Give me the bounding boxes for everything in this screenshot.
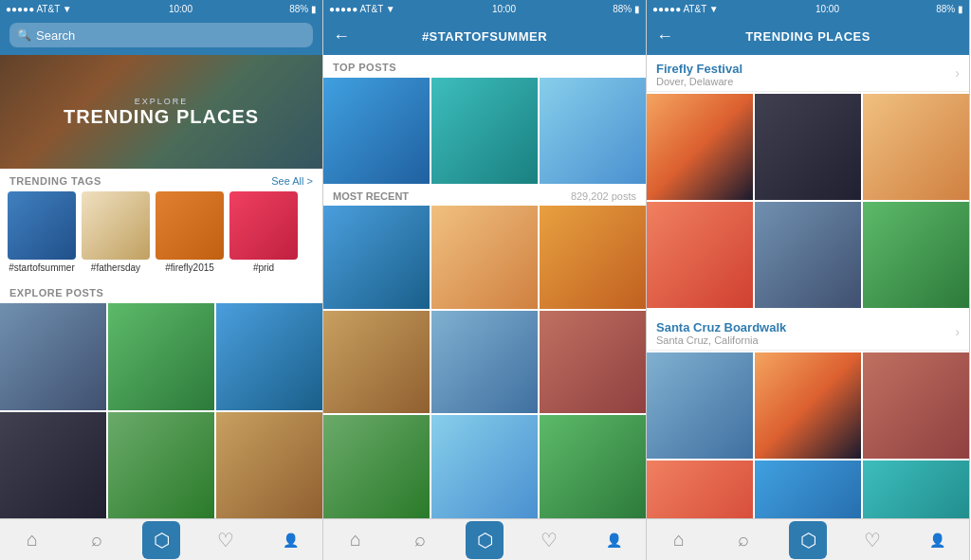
tag-item-1[interactable]: #fathersday [82,191,150,273]
nav-likes-1[interactable]: ♡ [207,521,245,559]
back-button-2[interactable]: ← [333,27,350,46]
trending-tags-title: TRENDING TAGS [9,175,101,187]
post-image-0 [0,303,106,410]
place-1-image-3 [647,202,753,308]
place-1-image-5 [863,202,969,308]
post-cell-4[interactable] [108,412,214,519]
tag-item-0[interactable]: #startofsummer [8,191,76,273]
place-1-photo-4[interactable] [755,202,861,308]
place-1-photo-0[interactable] [647,94,753,200]
place-1-photo-2[interactable] [863,94,969,200]
top-posts-grid [323,78,646,184]
top-posts-label: TOP POSTS [333,62,396,73]
status-bar-1: ●●●●● AT&T ▼ 10:00 88% ▮ [0,0,322,17]
place-1-photo-5[interactable] [863,202,969,308]
post-cell-0[interactable] [0,303,106,410]
top-post-image-1 [431,78,538,184]
hero-main-text: TRENDING PLACES [64,106,259,128]
bottom-nav-3: ⌂ ⌕ ⬡ ♡ 👤 [647,518,969,560]
top-post-1[interactable] [431,78,538,184]
post-cell-1[interactable] [108,303,214,410]
place-2-header[interactable]: Santa Cruz Boardwalk Santa Cruz, Califor… [647,314,969,351]
place-1-header[interactable]: Firefly Festival Dover, Delaware › [647,55,969,92]
place-2-photo-5[interactable] [863,461,969,518]
nav-camera-1[interactable]: ⬡ [142,521,180,559]
tag-label-3: #prid [253,262,274,273]
nav-search-3[interactable]: ⌕ [724,521,762,559]
nav-home-2[interactable]: ⌂ [337,521,375,559]
nav-profile-1[interactable]: 👤 [271,521,309,559]
status-bar-3: ●●●●● AT&T ▼ 10:00 88% ▮ [647,0,969,17]
place-2-photo-1[interactable] [755,352,861,459]
panel-trending-places: ●●●●● AT&T ▼ 10:00 88% ▮ ← TRENDING PLAC… [647,0,970,560]
place-2-photo-4[interactable] [755,461,861,518]
tags-row: #startofsummer #fathersday #firefly2015 … [0,191,322,280]
post-cell-5[interactable] [216,412,322,519]
place-1-location: Dover, Delaware [656,76,941,87]
recent-cell-0[interactable] [323,206,430,309]
most-recent-label: MOST RECENT [333,190,409,202]
place-1-photo-3[interactable] [647,202,753,308]
recent-image-1 [431,206,538,309]
tag-label-1: #fathersday [91,262,140,273]
search-input-wrap[interactable]: 🔍 Search [9,23,313,47]
top-post-0[interactable] [323,78,430,184]
place-2-photo-2[interactable] [863,352,969,459]
place-2-image-0 [647,352,753,459]
recent-image-3 [323,311,430,414]
most-recent-header: MOST RECENT 829,202 posts [323,184,646,206]
post-image-2 [216,303,322,410]
tag-thumb-0 [8,191,76,260]
recent-cell-4[interactable] [431,311,538,414]
place-1-photo-1[interactable] [755,94,861,200]
place-2-photo-0[interactable] [647,352,753,459]
trending-tags-header: TRENDING TAGS See All > [0,169,322,191]
bottom-nav-1: ⌂ ⌕ ⬡ ♡ 👤 [0,518,322,560]
recent-cell-5[interactable] [540,311,646,414]
recent-cell-8[interactable] [540,415,646,518]
recent-cell-6[interactable] [323,415,430,518]
recent-cell-2[interactable] [540,206,646,309]
recent-grid [323,206,646,518]
nav-camera-3[interactable]: ⬡ [789,521,827,559]
back-button-3[interactable]: ← [656,27,673,46]
search-icon: 🔍 [17,28,31,42]
recent-cell-3[interactable] [323,311,430,414]
nav-search-2[interactable]: ⌕ [401,521,439,559]
nav-search-1[interactable]: ⌕ [78,521,116,559]
place-2-arrow: › [955,324,960,339]
tag-label-2: #firefly2015 [165,262,214,273]
nav-likes-2[interactable]: ♡ [530,521,568,559]
recent-cell-7[interactable] [431,415,538,518]
tag-image-0 [8,191,76,260]
post-cell-2[interactable] [216,303,322,410]
tag-item-2[interactable]: #firefly2015 [156,191,224,273]
hero-explore-label: EXPLORE [135,97,189,106]
see-all-button[interactable]: See All > [271,175,313,187]
signal-1: ●●●●● AT&T ▼ [6,4,72,14]
trending-places-content: Firefly Festival Dover, Delaware › Santa… [647,55,969,518]
recent-image-2 [540,206,646,309]
nav-profile-2[interactable]: 👤 [595,521,632,559]
hero-banner: EXPLORE TRENDING PLACES [0,55,322,169]
place-1-image-2 [863,94,969,200]
tag-thumb-2 [156,191,224,260]
tag-label-0: #startofsummer [9,262,74,273]
post-cell-3[interactable] [0,412,106,519]
nav-home-3[interactable]: ⌂ [660,521,698,559]
tag-image-1 [82,191,150,260]
recent-image-5 [540,311,646,414]
nav-likes-3[interactable]: ♡ [853,521,891,559]
hashtag-header: ← #STARTOFSUMMER [323,17,646,55]
top-post-image-2 [540,78,646,184]
trending-places-header: ← TRENDING PLACES [647,17,969,55]
recent-cell-1[interactable] [431,206,538,309]
nav-profile-3[interactable]: 👤 [918,521,956,559]
nav-camera-2[interactable]: ⬡ [466,521,504,559]
place-2-photo-3[interactable] [647,461,753,518]
top-post-2[interactable] [540,78,646,184]
nav-home-1[interactable]: ⌂ [13,521,51,559]
post-image-5 [216,412,322,519]
place-2-image-2 [863,352,969,459]
tag-item-3[interactable]: #prid [229,191,298,273]
